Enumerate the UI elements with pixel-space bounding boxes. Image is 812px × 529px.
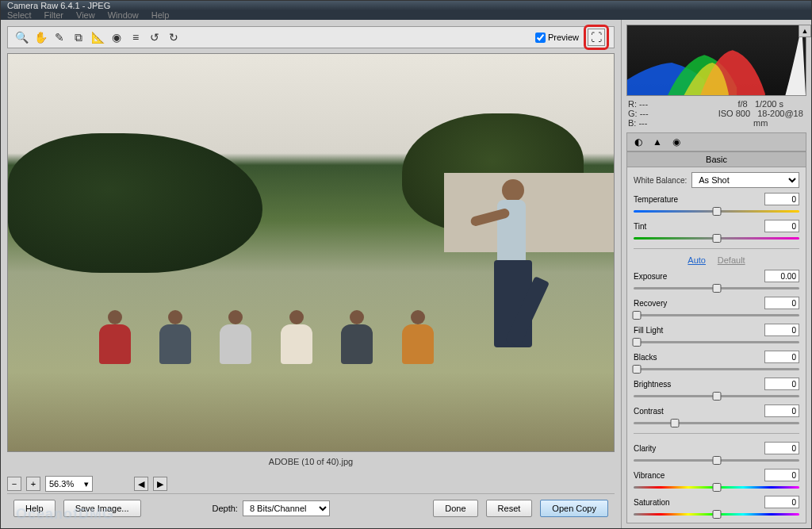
- zoom-value[interactable]: 56.3%▾: [45, 476, 93, 492]
- tab-detail-icon[interactable]: ◉: [668, 135, 684, 149]
- preview-label: Preview: [548, 33, 579, 42]
- exif-b: B: ---: [628, 118, 717, 128]
- zoom-out-button[interactable]: −: [7, 477, 21, 491]
- open-copy-button[interactable]: Open Copy: [540, 500, 608, 517]
- basic-panel: White Balance: As Shot Temperature0 Tint…: [626, 167, 806, 523]
- menu-help[interactable]: Help: [151, 10, 170, 20]
- left-pane: 🔍 ✋ ✎ ⧉ 📐 ◉ ≡ ↺ ↻ Preview ⛶: [1, 20, 621, 528]
- preview-checkbox-input[interactable]: [535, 33, 546, 43]
- zoom-tool-icon[interactable]: 🔍: [13, 29, 30, 46]
- spot-tool-icon[interactable]: ◉: [108, 29, 125, 46]
- filename-label: ADOBE (10 of 40).jpg: [269, 457, 353, 466]
- scroll-up-icon[interactable]: ▲: [799, 25, 811, 37]
- menubar: Select Filter View Window Help: [1, 10, 811, 20]
- exif-iso: ISO 800: [718, 109, 750, 118]
- exif-g: G: ---: [628, 109, 717, 118]
- menu-select[interactable]: Select: [7, 10, 32, 20]
- rotate-cw-icon[interactable]: ↻: [165, 29, 182, 46]
- temperature-slider[interactable]: Temperature0: [634, 193, 799, 215]
- default-link[interactable]: Default: [718, 255, 745, 265]
- white-balance-dropdown[interactable]: As Shot: [691, 172, 799, 188]
- white-balance-row: White Balance: As Shot: [634, 172, 799, 188]
- menu-filter[interactable]: Filter: [44, 10, 63, 20]
- right-panel: ▲ R: --- G: --- B: --- f/8 1/200 s ISO 8…: [621, 20, 811, 528]
- exif-fstop: f/8: [738, 99, 748, 109]
- crop-tool-icon[interactable]: ⧉: [70, 29, 87, 46]
- reset-button[interactable]: Reset: [486, 500, 533, 517]
- exif-shutter: 1/200 s: [755, 99, 783, 109]
- histogram[interactable]: [626, 25, 806, 96]
- toolbar: 🔍 ✋ ✎ ⧉ 📐 ◉ ≡ ↺ ↻ Preview ⛶: [7, 26, 615, 48]
- done-button[interactable]: Done: [433, 500, 477, 517]
- filllight-slider[interactable]: Fill Light0: [634, 324, 799, 346]
- fullscreen-highlight: ⛶: [584, 25, 609, 50]
- rotate-ccw-icon[interactable]: ↺: [146, 29, 163, 46]
- camera-raw-window: Camera Raw 6.4.1 - JPEG Select Filter Vi…: [0, 0, 812, 529]
- exif-r: R: ---: [628, 99, 717, 109]
- eyedropper-tool-icon[interactable]: ✎: [51, 29, 68, 46]
- exposure-slider[interactable]: Exposure0.00: [634, 270, 799, 292]
- running-person: [462, 173, 565, 395]
- menu-window[interactable]: Window: [108, 10, 139, 20]
- content: 🔍 ✋ ✎ ⧉ 📐 ◉ ≡ ↺ ↻ Preview ⛶: [1, 20, 811, 528]
- preview-checkbox[interactable]: Preview: [535, 33, 579, 43]
- recovery-slider[interactable]: Recovery0: [634, 297, 799, 319]
- depth-label: Depth:: [213, 504, 238, 513]
- next-image-button[interactable]: ▶: [153, 477, 167, 491]
- depth-dropdown[interactable]: 8 Bits/Channel: [243, 500, 330, 516]
- fullscreen-toggle-icon[interactable]: ⛶: [588, 29, 605, 46]
- panel-title: Basic: [626, 151, 806, 167]
- depth-selector: Depth: 8 Bits/Channel: [213, 500, 330, 516]
- prev-image-button[interactable]: ◀: [134, 477, 148, 491]
- exif-readout: R: --- G: --- B: --- f/8 1/200 s ISO 800…: [622, 96, 811, 131]
- brightness-slider[interactable]: Brightness0: [634, 378, 799, 400]
- auto-default-links: Auto Default: [634, 255, 799, 265]
- filename-bar: ADOBE (10 of 40).jpg: [7, 452, 615, 471]
- watermark: OceanofDMG: [16, 506, 114, 523]
- photo-content: [8, 54, 614, 451]
- window-title: Camera Raw 6.4.1 - JPEG: [7, 1, 110, 10]
- saturation-slider[interactable]: Saturation0: [634, 496, 799, 518]
- auto-link[interactable]: Auto: [688, 255, 706, 265]
- zoom-in-button[interactable]: +: [26, 477, 40, 491]
- tint-slider[interactable]: Tint0: [634, 220, 799, 242]
- titlebar: Camera Raw 6.4.1 - JPEG: [1, 1, 811, 10]
- clarity-slider[interactable]: Clarity0: [634, 442, 799, 464]
- zoom-bar: − + 56.3%▾ ◀ ▶: [7, 474, 615, 493]
- tab-curve-icon[interactable]: ▲: [649, 135, 665, 149]
- panel-tabs: ◐ ▲ ◉: [626, 132, 806, 151]
- menu-view[interactable]: View: [76, 10, 95, 20]
- exif-lens: 18-200@18 mm: [753, 109, 803, 128]
- contrast-slider[interactable]: Contrast0: [634, 404, 799, 427]
- list-tool-icon[interactable]: ≡: [127, 29, 144, 46]
- blacks-slider[interactable]: Blacks0: [634, 351, 799, 373]
- white-balance-label: White Balance:: [634, 176, 687, 185]
- hand-tool-icon[interactable]: ✋: [32, 29, 49, 46]
- straighten-tool-icon[interactable]: 📐: [89, 29, 106, 46]
- image-preview[interactable]: [7, 53, 615, 452]
- tab-basic-icon[interactable]: ◐: [630, 135, 646, 149]
- vibrance-slider[interactable]: Vibrance0: [634, 469, 799, 491]
